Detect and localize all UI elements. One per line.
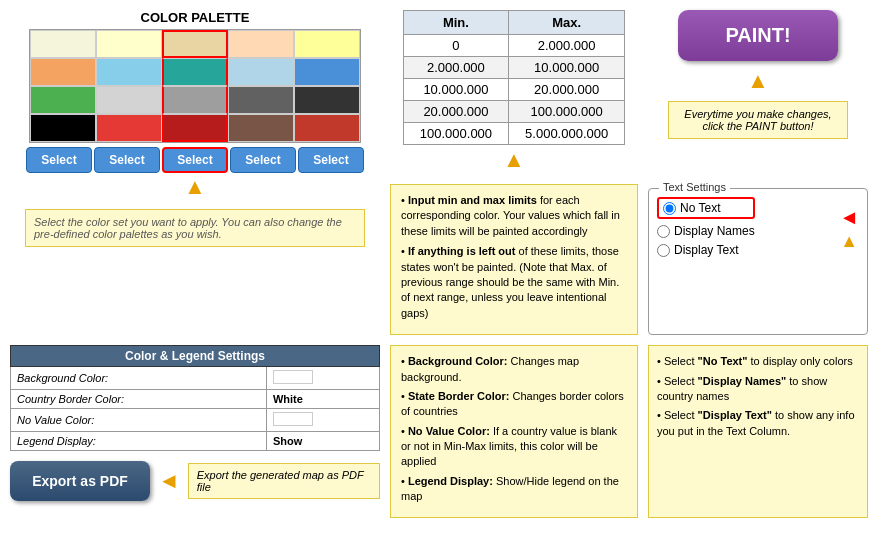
bg-bullet-3: • No Value Color: If a country value is … <box>401 424 627 470</box>
minmax-min-cell[interactable]: 10.000.000 <box>403 79 508 101</box>
select-btn-1[interactable]: Select <box>94 147 160 173</box>
minmax-max-cell[interactable]: 20.000.000 <box>509 79 625 101</box>
color-legend-value[interactable] <box>266 367 379 390</box>
minmax-row: 20.000.000100.000.000 <box>403 101 624 123</box>
palette-cell-r1c0 <box>30 58 96 86</box>
text-settings-options: No Text Display Names Display Text <box>657 197 755 262</box>
palette-cell-r1c2 <box>162 58 228 86</box>
palette-cell-r3c0 <box>30 114 96 142</box>
select-btn-2[interactable]: Select <box>162 147 228 173</box>
bg-bullet-2: • State Border Color: Changes border col… <box>401 389 627 420</box>
palette-cell-r1c3 <box>228 58 294 86</box>
palette-cell-r0c2 <box>162 30 228 58</box>
radio-no-text[interactable]: No Text <box>657 197 755 219</box>
color-legend-table: Color & Legend Settings Background Color… <box>10 345 380 451</box>
palette-grid <box>29 29 361 143</box>
paint-arrow-up: ▲ <box>747 70 769 92</box>
palette-cell-r3c4 <box>294 114 360 142</box>
minmax-max-cell[interactable]: 100.000.000 <box>509 101 625 123</box>
palette-cell-r3c1 <box>96 114 162 142</box>
palette-cell-r0c1 <box>96 30 162 58</box>
minmax-min-cell[interactable]: 100.000.000 <box>403 123 508 145</box>
palette-cell-r1c4 <box>294 58 360 86</box>
color-legend-row: Country Border Color:White <box>11 390 380 409</box>
text-settings-legend: Text Settings <box>659 181 730 193</box>
minmax-max-cell[interactable]: 10.000.000 <box>509 57 625 79</box>
palette-cell-r2c0 <box>30 86 96 114</box>
instruction-1: • Input min and max limits for each corr… <box>401 193 627 239</box>
minmax-max-cell[interactable]: 2.000.000 <box>509 35 625 57</box>
color-legend-row: Legend Display:Show <box>11 432 380 451</box>
palette-arrow-up: ▲ <box>184 176 206 198</box>
palette-cell-r2c3 <box>228 86 294 114</box>
text-settings-arrow-up: ▲ <box>840 232 858 250</box>
minmax-section: Min. Max. 02.000.0002.000.00010.000.0001… <box>390 10 638 174</box>
color-legend-label: Country Border Color: <box>11 390 267 409</box>
palette-cell-r2c1 <box>96 86 162 114</box>
minmax-min-cell[interactable]: 0 <box>403 35 508 57</box>
export-arrow-left: ◄ <box>158 470 180 492</box>
palette-cell-r3c2 <box>162 114 228 142</box>
bg-color-box: • Background Color: Changes map backgrou… <box>390 345 638 518</box>
export-pdf-button[interactable]: Export as PDF <box>10 461 150 501</box>
color-legend-value[interactable]: White <box>266 390 379 409</box>
minmax-arrow-up: ▲ <box>503 149 525 171</box>
red-arrow-icon: ◄ <box>839 206 859 229</box>
paint-button[interactable]: PAINT! <box>678 10 838 61</box>
radio-display-names[interactable]: Display Names <box>657 224 755 238</box>
minmax-col-max: Max. <box>509 11 625 35</box>
instructions-box: • Input min and max limits for each corr… <box>390 184 638 335</box>
color-palette-section: COLOR PALETTE <box>10 10 380 335</box>
palette-hint: Select the color set you want to apply. … <box>25 209 365 247</box>
minmax-table: Min. Max. 02.000.0002.000.00010.000.0001… <box>403 10 625 145</box>
color-legend-value[interactable]: Show <box>266 432 379 451</box>
bg-bullet-1: • Background Color: Changes map backgrou… <box>401 354 627 385</box>
ts-hint-1: • Select "No Text" to display only color… <box>657 354 859 369</box>
palette-cell-r3c3 <box>228 114 294 142</box>
radio-display-text[interactable]: Display Text <box>657 243 755 257</box>
select-btn-4[interactable]: Select <box>298 147 364 173</box>
color-legend-value[interactable] <box>266 409 379 432</box>
paint-hint: Everytime you make changes, click the PA… <box>668 101 848 139</box>
minmax-min-cell[interactable]: 2.000.000 <box>403 57 508 79</box>
bottom-left-section: Color & Legend Settings Background Color… <box>10 345 380 518</box>
palette-cell-r0c4 <box>294 30 360 58</box>
palette-cell-r0c0 <box>30 30 96 58</box>
color-legend-label: Background Color: <box>11 367 267 390</box>
palette-cell-r2c4 <box>294 86 360 114</box>
text-settings-hint-box: • Select "No Text" to display only color… <box>648 345 868 518</box>
color-legend-label: No Value Color: <box>11 409 267 432</box>
select-btn-0[interactable]: Select <box>26 147 92 173</box>
color-legend-label: Legend Display: <box>11 432 267 451</box>
minmax-col-min: Min. <box>403 11 508 35</box>
palette-cell-r0c3 <box>228 30 294 58</box>
palette-cell-r1c1 <box>96 58 162 86</box>
text-settings-section: Text Settings No Text Display Names Disp… <box>648 188 868 335</box>
minmax-row: 100.000.0005.000.000.000 <box>403 123 624 145</box>
paint-section: PAINT! ▲ Everytime you make changes, cli… <box>648 10 868 174</box>
color-legend-title: Color & Legend Settings <box>11 346 380 367</box>
palette-select-row: Select Select Select Select Select <box>26 147 364 173</box>
ts-hint-2: • Select "Display Names" to show country… <box>657 374 859 405</box>
palette-title: COLOR PALETTE <box>141 10 250 25</box>
select-btn-3[interactable]: Select <box>230 147 296 173</box>
minmax-row: 2.000.00010.000.000 <box>403 57 624 79</box>
minmax-row: 10.000.00020.000.000 <box>403 79 624 101</box>
text-settings-arrow-area: ◄ ▲ <box>839 206 859 253</box>
ts-hint-3: • Select "Display Text" to show any info… <box>657 408 859 439</box>
export-row: Export as PDF ◄ Export the generated map… <box>10 461 380 501</box>
minmax-max-cell[interactable]: 5.000.000.000 <box>509 123 625 145</box>
palette-cell-r2c2 <box>162 86 228 114</box>
color-legend-row: No Value Color: <box>11 409 380 432</box>
instruction-2: • If anything is left out of these limit… <box>401 244 627 321</box>
color-legend-row: Background Color: <box>11 367 380 390</box>
export-hint: Export the generated map as PDF file <box>188 463 380 499</box>
minmax-min-cell[interactable]: 20.000.000 <box>403 101 508 123</box>
bg-bullet-4: • Legend Display: Show/Hide legend on th… <box>401 474 627 505</box>
minmax-row: 02.000.000 <box>403 35 624 57</box>
